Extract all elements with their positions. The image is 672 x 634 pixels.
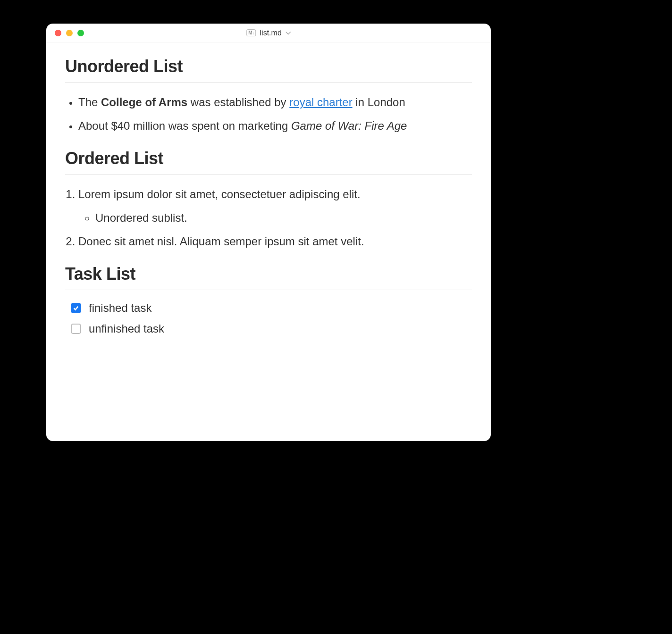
text: was established by	[187, 96, 289, 108]
traffic-lights	[46, 30, 84, 36]
italic-text: Game of War: Fire Age	[291, 119, 407, 132]
task-item: finished task	[71, 301, 472, 315]
chevron-down-icon[interactable]	[286, 29, 291, 36]
task-list: finished task unfinished task	[65, 301, 472, 335]
task-label: unfinished task	[89, 322, 164, 335]
app-window: M↓ list.md Unordered List The College of…	[46, 24, 491, 441]
titlebar[interactable]: M↓ list.md	[46, 24, 491, 42]
text: Lorem ipsum dolor sit amet, consectetuer…	[78, 188, 361, 200]
markdown-icon: M↓	[246, 29, 256, 36]
check-icon	[73, 305, 79, 311]
close-button[interactable]	[55, 30, 61, 36]
list-item: Lorem ipsum dolor sit amet, consectetuer…	[78, 186, 472, 226]
title-area[interactable]: M↓ list.md	[246, 29, 291, 37]
text: The	[78, 96, 101, 108]
text: Unordered sublist.	[95, 211, 187, 224]
unordered-sublist: Unordered sublist.	[78, 209, 472, 226]
heading-task-list: Task List	[65, 264, 472, 290]
list-item: The College of Arms was established by r…	[78, 94, 472, 111]
task-label: finished task	[89, 301, 151, 315]
filename-label: list.md	[260, 29, 282, 37]
heading-ordered-list: Ordered List	[65, 149, 472, 175]
bold-text: College of Arms	[101, 96, 187, 108]
minimize-button[interactable]	[66, 30, 73, 36]
text: Donec sit amet nisl. Aliquam semper ipsu…	[78, 235, 364, 248]
list-item: Donec sit amet nisl. Aliquam semper ipsu…	[78, 233, 472, 250]
checkbox-unchecked[interactable]	[71, 324, 81, 334]
ordered-list: Lorem ipsum dolor sit amet, consectetuer…	[65, 186, 472, 250]
list-item: About $40 million was spent on marketing…	[78, 117, 472, 134]
maximize-button[interactable]	[77, 30, 84, 36]
heading-unordered-list: Unordered List	[65, 57, 472, 83]
editor-content[interactable]: Unordered List The College of Arms was e…	[46, 42, 491, 441]
text: About $40 million was spent on marketing	[78, 119, 291, 132]
royal-charter-link[interactable]: royal charter	[289, 96, 352, 108]
task-item: unfinished task	[71, 322, 472, 335]
unordered-list: The College of Arms was established by r…	[65, 94, 472, 134]
checkbox-checked[interactable]	[71, 303, 81, 313]
list-item: Unordered sublist.	[95, 209, 472, 226]
text: in London	[353, 96, 405, 108]
